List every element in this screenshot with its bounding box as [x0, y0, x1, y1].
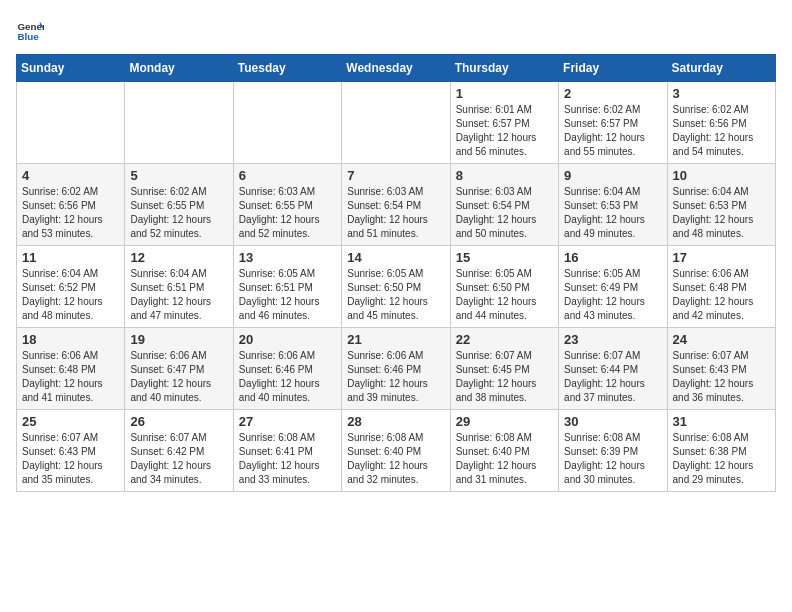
day-number: 1 [456, 86, 553, 101]
day-number: 19 [130, 332, 227, 347]
calendar-day-cell: 2Sunrise: 6:02 AM Sunset: 6:57 PM Daylig… [559, 82, 667, 164]
calendar-day-cell: 29Sunrise: 6:08 AM Sunset: 6:40 PM Dayli… [450, 410, 558, 492]
day-number: 2 [564, 86, 661, 101]
calendar-day-cell: 7Sunrise: 6:03 AM Sunset: 6:54 PM Daylig… [342, 164, 450, 246]
day-number: 9 [564, 168, 661, 183]
calendar-day-cell [17, 82, 125, 164]
calendar-day-cell: 6Sunrise: 6:03 AM Sunset: 6:55 PM Daylig… [233, 164, 341, 246]
day-number: 7 [347, 168, 444, 183]
calendar-day-cell: 22Sunrise: 6:07 AM Sunset: 6:45 PM Dayli… [450, 328, 558, 410]
day-number: 4 [22, 168, 119, 183]
day-info: Sunrise: 6:08 AM Sunset: 6:40 PM Dayligh… [347, 431, 444, 487]
calendar-day-cell: 27Sunrise: 6:08 AM Sunset: 6:41 PM Dayli… [233, 410, 341, 492]
day-number: 12 [130, 250, 227, 265]
calendar-day-cell: 25Sunrise: 6:07 AM Sunset: 6:43 PM Dayli… [17, 410, 125, 492]
day-number: 15 [456, 250, 553, 265]
calendar-week-row: 11Sunrise: 6:04 AM Sunset: 6:52 PM Dayli… [17, 246, 776, 328]
calendar-week-row: 1Sunrise: 6:01 AM Sunset: 6:57 PM Daylig… [17, 82, 776, 164]
day-number: 27 [239, 414, 336, 429]
day-info: Sunrise: 6:07 AM Sunset: 6:43 PM Dayligh… [673, 349, 770, 405]
day-number: 20 [239, 332, 336, 347]
calendar-day-cell: 5Sunrise: 6:02 AM Sunset: 6:55 PM Daylig… [125, 164, 233, 246]
calendar-day-cell: 11Sunrise: 6:04 AM Sunset: 6:52 PM Dayli… [17, 246, 125, 328]
calendar-week-row: 18Sunrise: 6:06 AM Sunset: 6:48 PM Dayli… [17, 328, 776, 410]
svg-text:Blue: Blue [17, 31, 39, 42]
calendar-day-cell: 8Sunrise: 6:03 AM Sunset: 6:54 PM Daylig… [450, 164, 558, 246]
day-info: Sunrise: 6:04 AM Sunset: 6:52 PM Dayligh… [22, 267, 119, 323]
day-of-week-header: Saturday [667, 55, 775, 82]
day-number: 5 [130, 168, 227, 183]
day-info: Sunrise: 6:07 AM Sunset: 6:44 PM Dayligh… [564, 349, 661, 405]
day-number: 11 [22, 250, 119, 265]
day-info: Sunrise: 6:08 AM Sunset: 6:38 PM Dayligh… [673, 431, 770, 487]
day-info: Sunrise: 6:07 AM Sunset: 6:43 PM Dayligh… [22, 431, 119, 487]
day-info: Sunrise: 6:01 AM Sunset: 6:57 PM Dayligh… [456, 103, 553, 159]
day-number: 10 [673, 168, 770, 183]
calendar-day-cell: 4Sunrise: 6:02 AM Sunset: 6:56 PM Daylig… [17, 164, 125, 246]
calendar-day-cell: 12Sunrise: 6:04 AM Sunset: 6:51 PM Dayli… [125, 246, 233, 328]
day-info: Sunrise: 6:03 AM Sunset: 6:54 PM Dayligh… [456, 185, 553, 241]
day-of-week-header: Monday [125, 55, 233, 82]
calendar-day-cell: 21Sunrise: 6:06 AM Sunset: 6:46 PM Dayli… [342, 328, 450, 410]
day-info: Sunrise: 6:05 AM Sunset: 6:50 PM Dayligh… [347, 267, 444, 323]
day-info: Sunrise: 6:07 AM Sunset: 6:42 PM Dayligh… [130, 431, 227, 487]
day-info: Sunrise: 6:04 AM Sunset: 6:53 PM Dayligh… [673, 185, 770, 241]
day-info: Sunrise: 6:06 AM Sunset: 6:48 PM Dayligh… [22, 349, 119, 405]
calendar-day-cell: 30Sunrise: 6:08 AM Sunset: 6:39 PM Dayli… [559, 410, 667, 492]
day-info: Sunrise: 6:02 AM Sunset: 6:56 PM Dayligh… [22, 185, 119, 241]
calendar-table: SundayMondayTuesdayWednesdayThursdayFrid… [16, 54, 776, 492]
day-number: 21 [347, 332, 444, 347]
day-info: Sunrise: 6:08 AM Sunset: 6:39 PM Dayligh… [564, 431, 661, 487]
days-of-week-row: SundayMondayTuesdayWednesdayThursdayFrid… [17, 55, 776, 82]
calendar-day-cell: 1Sunrise: 6:01 AM Sunset: 6:57 PM Daylig… [450, 82, 558, 164]
day-info: Sunrise: 6:04 AM Sunset: 6:51 PM Dayligh… [130, 267, 227, 323]
day-info: Sunrise: 6:05 AM Sunset: 6:50 PM Dayligh… [456, 267, 553, 323]
day-of-week-header: Tuesday [233, 55, 341, 82]
day-number: 29 [456, 414, 553, 429]
day-info: Sunrise: 6:02 AM Sunset: 6:56 PM Dayligh… [673, 103, 770, 159]
calendar-day-cell: 13Sunrise: 6:05 AM Sunset: 6:51 PM Dayli… [233, 246, 341, 328]
logo: General Blue [16, 16, 48, 44]
day-number: 18 [22, 332, 119, 347]
day-info: Sunrise: 6:06 AM Sunset: 6:47 PM Dayligh… [130, 349, 227, 405]
calendar-day-cell: 15Sunrise: 6:05 AM Sunset: 6:50 PM Dayli… [450, 246, 558, 328]
calendar-day-cell: 24Sunrise: 6:07 AM Sunset: 6:43 PM Dayli… [667, 328, 775, 410]
day-info: Sunrise: 6:04 AM Sunset: 6:53 PM Dayligh… [564, 185, 661, 241]
calendar-day-cell: 16Sunrise: 6:05 AM Sunset: 6:49 PM Dayli… [559, 246, 667, 328]
calendar-day-cell: 26Sunrise: 6:07 AM Sunset: 6:42 PM Dayli… [125, 410, 233, 492]
calendar-day-cell: 10Sunrise: 6:04 AM Sunset: 6:53 PM Dayli… [667, 164, 775, 246]
calendar-week-row: 25Sunrise: 6:07 AM Sunset: 6:43 PM Dayli… [17, 410, 776, 492]
day-info: Sunrise: 6:05 AM Sunset: 6:51 PM Dayligh… [239, 267, 336, 323]
calendar-day-cell: 14Sunrise: 6:05 AM Sunset: 6:50 PM Dayli… [342, 246, 450, 328]
header: General Blue [16, 16, 776, 44]
calendar-body: 1Sunrise: 6:01 AM Sunset: 6:57 PM Daylig… [17, 82, 776, 492]
day-number: 31 [673, 414, 770, 429]
calendar-day-cell: 17Sunrise: 6:06 AM Sunset: 6:48 PM Dayli… [667, 246, 775, 328]
day-info: Sunrise: 6:05 AM Sunset: 6:49 PM Dayligh… [564, 267, 661, 323]
calendar-day-cell [342, 82, 450, 164]
day-number: 13 [239, 250, 336, 265]
logo-icon: General Blue [16, 16, 44, 44]
calendar-day-cell: 19Sunrise: 6:06 AM Sunset: 6:47 PM Dayli… [125, 328, 233, 410]
calendar-day-cell: 31Sunrise: 6:08 AM Sunset: 6:38 PM Dayli… [667, 410, 775, 492]
day-number: 3 [673, 86, 770, 101]
calendar-day-cell: 20Sunrise: 6:06 AM Sunset: 6:46 PM Dayli… [233, 328, 341, 410]
day-info: Sunrise: 6:02 AM Sunset: 6:55 PM Dayligh… [130, 185, 227, 241]
day-number: 30 [564, 414, 661, 429]
day-number: 26 [130, 414, 227, 429]
day-number: 16 [564, 250, 661, 265]
calendar-day-cell: 9Sunrise: 6:04 AM Sunset: 6:53 PM Daylig… [559, 164, 667, 246]
day-info: Sunrise: 6:07 AM Sunset: 6:45 PM Dayligh… [456, 349, 553, 405]
calendar-day-cell [233, 82, 341, 164]
day-number: 22 [456, 332, 553, 347]
day-info: Sunrise: 6:06 AM Sunset: 6:48 PM Dayligh… [673, 267, 770, 323]
day-info: Sunrise: 6:08 AM Sunset: 6:41 PM Dayligh… [239, 431, 336, 487]
day-number: 8 [456, 168, 553, 183]
day-number: 14 [347, 250, 444, 265]
day-number: 24 [673, 332, 770, 347]
calendar-day-cell: 3Sunrise: 6:02 AM Sunset: 6:56 PM Daylig… [667, 82, 775, 164]
day-number: 25 [22, 414, 119, 429]
day-info: Sunrise: 6:06 AM Sunset: 6:46 PM Dayligh… [239, 349, 336, 405]
day-number: 17 [673, 250, 770, 265]
calendar-day-cell: 18Sunrise: 6:06 AM Sunset: 6:48 PM Dayli… [17, 328, 125, 410]
